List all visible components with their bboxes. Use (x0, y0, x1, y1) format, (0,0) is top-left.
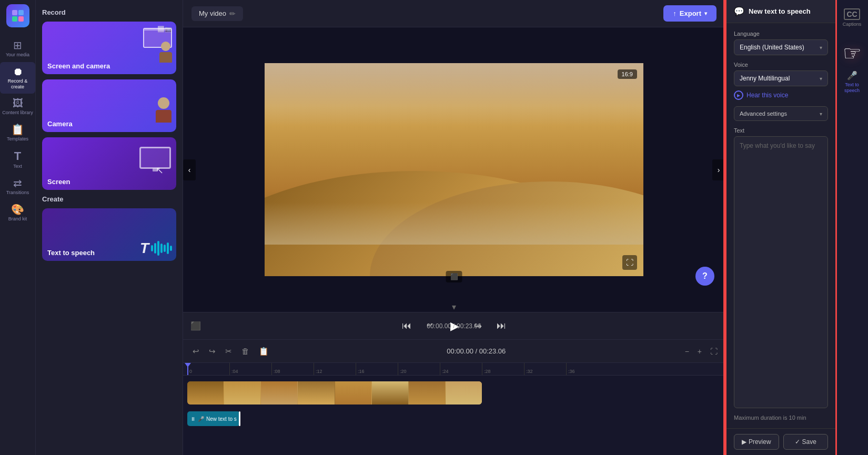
duplicate-button[interactable]: 📋 (257, 345, 271, 358)
hand-cursor-animation: ☞ (839, 37, 865, 69)
hand-cursor-icon: ☞ (843, 41, 862, 65)
panel-header: 💬 New text to speech (726, 0, 835, 23)
sidebar-item-content-library[interactable]: 🖼 Content library (0, 94, 35, 120)
video-track-row (187, 380, 721, 406)
max-duration-label: Maximum duration is 10 min (734, 414, 828, 421)
panel-header-icon: 💬 (734, 6, 744, 16)
skip-back-button[interactable]: ⏮ (398, 318, 416, 333)
zoom-in-button[interactable]: + (694, 346, 705, 357)
ruler-mark-16: :16 (356, 363, 398, 375)
screen-label: Screen (47, 178, 70, 186)
redo-button[interactable]: ↪ (207, 345, 218, 358)
sidebar-item-brand-kit[interactable]: 🎨 Brand kit (0, 200, 35, 226)
undo-button[interactable]: ↩ (190, 345, 201, 358)
far-right-sidebar: CC Captions ☞ 🎤 Text tospeech (835, 0, 868, 455)
ruler-mark-0: 0 (187, 363, 229, 375)
ruler-mark-20: :20 (398, 363, 440, 375)
screen-card[interactable]: ↖ Screen (42, 137, 176, 190)
sidebar-item-templates[interactable]: 📋 Templates (0, 120, 35, 146)
ruler-mark-32: :32 (524, 363, 566, 375)
voice-dropdown[interactable]: Jenny Multilingual ▾ (734, 70, 828, 86)
language-dropdown[interactable]: English (United States) ▾ (734, 39, 828, 55)
save-button[interactable]: ✓ Save (783, 434, 829, 450)
transitions-icon: ⇄ (13, 178, 22, 188)
advanced-settings-row[interactable]: Advanced settings ▾ (734, 106, 828, 121)
sky-overlay (265, 63, 643, 126)
help-button[interactable]: ? (695, 267, 714, 286)
left-sidebar: ⊞ Your media ⏺ Record &create 🖼 Content … (0, 0, 36, 455)
panel-collapse-left[interactable]: ‹ (183, 159, 196, 180)
record-section-label: Record (42, 8, 176, 16)
captions-sidebar-item[interactable]: CC Captions (836, 4, 868, 31)
captions-sidebar-label: Captions (843, 22, 862, 27)
panel-header-title: New text to speech (749, 7, 811, 15)
tts-track-row: ⏸ 🎤 New text to s (187, 409, 721, 428)
tts-sidebar-item[interactable]: ☞ 🎤 Text tospeech (836, 33, 868, 98)
tts-cursor (239, 411, 240, 426)
brand-kit-icon: 🎨 (11, 204, 24, 215)
content-library-icon: 🖼 (13, 98, 23, 108)
templates-icon: 📋 (11, 124, 24, 135)
voice-label: Voice (734, 62, 828, 68)
video-track[interactable] (187, 381, 482, 405)
create-section-label: Create (42, 195, 176, 203)
fullscreen-button[interactable]: ⛶ (622, 255, 637, 270)
text-to-speech-label: Text to speech (47, 249, 95, 257)
hear-voice-play-icon: ▶ (734, 90, 743, 100)
svg-rect-3 (18, 16, 24, 22)
captions-sidebar-icon: CC (844, 8, 860, 20)
timeline-toolbar: ↩ ↪ ✂ 🗑 📋 00:00.00 / 00:23.06 − + ⛶ (183, 340, 725, 363)
your-media-icon: ⊞ (13, 40, 22, 50)
tts-sidebar-label: Text tospeech (844, 82, 860, 94)
playback-controls: ⬛ ⏮ ↩ ▶ ↪ ⏭ 00:00.00 / 00:23.06 (183, 312, 725, 339)
language-label: Language (734, 31, 828, 37)
hear-voice-button[interactable]: ▶ Hear this voice (734, 90, 788, 100)
captions-button[interactable]: ⬛ (190, 321, 201, 331)
text-icon: T (14, 150, 21, 162)
sidebar-item-your-media[interactable]: ⊞ Your media (0, 36, 35, 62)
export-button[interactable]: ↑ Export ▾ (663, 5, 716, 22)
app-logo[interactable] (6, 4, 29, 27)
record-create-icon: ⏺ (13, 66, 23, 77)
camera-card[interactable]: Camera (42, 79, 176, 132)
video-background (265, 63, 643, 276)
panel-footer: ▶ Preview ✓ Save (726, 428, 835, 455)
ruler-mark-24: :24 (440, 363, 482, 375)
text-textarea[interactable] (734, 136, 828, 408)
tts-right-panel: 💬 New text to speech Language English (U… (725, 0, 835, 455)
ruler-mark-12: :12 (314, 363, 356, 375)
delete-button[interactable]: 🗑 (239, 345, 251, 358)
playhead[interactable] (187, 363, 188, 375)
sidebar-item-text[interactable]: T Text (0, 146, 35, 174)
subtitle-toggle[interactable]: ⬛ (446, 271, 462, 282)
camera-label: Camera (47, 120, 73, 128)
sidebar-item-record-create[interactable]: ⏺ Record &create (0, 62, 35, 94)
ruler-mark-4: :04 (229, 363, 271, 375)
voice-field: Voice Jenny Multilingual ▾ ▶ Hear this v… (734, 62, 828, 100)
text-to-speech-card[interactable]: Text to speech T (42, 208, 176, 261)
svg-rect-1 (18, 10, 24, 15)
panel-expand-right[interactable]: › (712, 159, 725, 180)
cut-button[interactable]: ✂ (223, 345, 234, 358)
main-area: My video ✏ ↑ Export ▾ ‹ 16:9 ⛶ › ? ⬛ (183, 0, 725, 455)
svg-rect-0 (12, 10, 17, 15)
screen-and-camera-card[interactable]: ⬜📷 Screen and camera (42, 22, 176, 74)
export-icon: ↑ (673, 9, 677, 17)
timeline-expand-button[interactable]: ⛶ (710, 347, 718, 356)
tts-sidebar-icon: 🎤 (847, 70, 857, 80)
aspect-ratio-badge: 16:9 (618, 69, 637, 79)
video-title-button[interactable]: My video ✏ (191, 6, 243, 21)
skip-forward-button[interactable]: ⏭ (492, 318, 510, 333)
advanced-settings-chevron: ▾ (820, 111, 822, 117)
zoom-out-button[interactable]: − (682, 346, 692, 357)
video-area: ‹ 16:9 ⛶ › ? ⬛ ▾ (183, 27, 725, 312)
rename-icon: ✏ (229, 9, 236, 18)
preview-button[interactable]: ▶ Preview (734, 434, 779, 450)
tts-track[interactable]: ⏸ 🎤 New text to s (187, 411, 240, 426)
zoom-controls: − + (682, 346, 705, 357)
text-label: Text (734, 127, 828, 134)
ruler-mark-36: :36 (566, 363, 608, 375)
text-field: Text (734, 127, 828, 408)
sidebar-item-transitions[interactable]: ⇄ Transitions (0, 174, 35, 200)
timeline-expand-icon[interactable]: ▾ (452, 302, 456, 312)
